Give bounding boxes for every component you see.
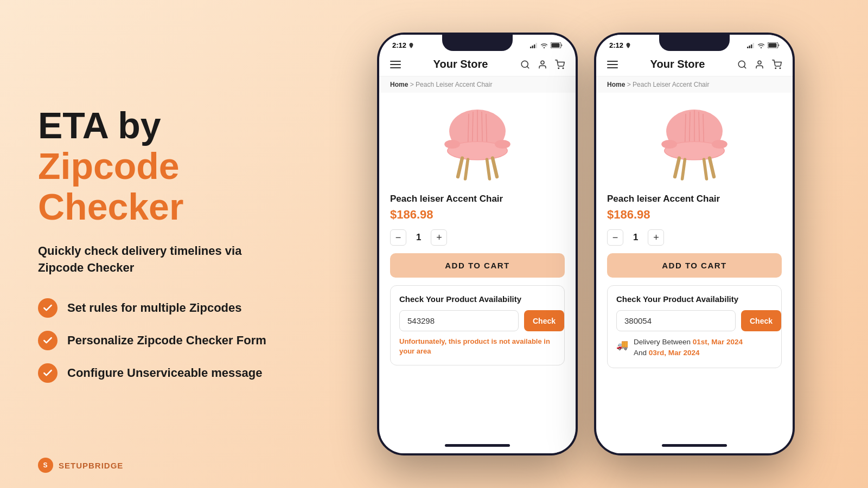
phone-2-checker-input-row: Check <box>616 310 773 331</box>
phone-1-quantity-control: − 1 + <box>390 229 565 246</box>
hamburger-icon-2[interactable] <box>607 61 618 68</box>
phone-2-add-to-cart[interactable]: ADD TO CART <box>607 253 782 278</box>
hero-title-orange: ZipcodeChecker <box>38 145 183 227</box>
user-icon-1[interactable] <box>538 60 547 69</box>
phone-2-qty-decrease[interactable]: − <box>607 229 623 246</box>
phone-2-product-area: Peach leiser Accent Chair $186.98 − 1 + … <box>596 93 793 437</box>
phone-2-bottom <box>596 437 793 453</box>
svg-rect-28 <box>753 43 755 48</box>
svg-line-47 <box>710 158 714 177</box>
phone-1-error-message: Unfortunately, this product is not avail… <box>399 337 556 356</box>
phone-1-add-to-cart[interactable]: ADD TO CART <box>390 253 565 278</box>
breadcrumb-home-1: Home <box>390 81 408 88</box>
phone-2-delivery-info: 🚚 Delivery Between 01st, Mar 2024 And 03… <box>616 337 773 359</box>
phone-1-notch <box>442 35 513 51</box>
svg-rect-27 <box>751 44 752 48</box>
phone-1-status-icons <box>530 42 563 48</box>
phone-2-qty-increase[interactable]: + <box>648 229 664 246</box>
battery-icon <box>551 42 563 48</box>
phone-2-qty-value: 1 <box>633 232 638 243</box>
phone-2-checker-title: Check Your Product Availability <box>616 294 773 304</box>
brand-name: SETUPBRIDGE <box>59 461 123 470</box>
phone-1-zipcode-input[interactable] <box>399 310 519 331</box>
svg-line-24 <box>487 159 490 179</box>
phone-2-nav-icons <box>737 60 782 69</box>
phone-2: 2:12 <box>594 33 795 455</box>
phone-2-product-name: Peach leiser Accent Chair <box>607 194 782 204</box>
phone-2-zipcode-input[interactable] <box>616 310 736 331</box>
check-badge-2 <box>38 331 58 350</box>
svg-rect-2 <box>534 44 535 48</box>
feature-item-1: Set rules for multiple Zipcodes <box>38 298 271 318</box>
check-icon-1 <box>42 303 53 313</box>
phone-1-nav-bar: Your Store <box>379 53 576 76</box>
phone-2-check-button[interactable]: Check <box>741 310 781 331</box>
breadcrumb-home-2: Home <box>607 81 625 88</box>
cart-icon-1[interactable] <box>555 60 565 69</box>
location-icon <box>409 43 414 48</box>
phone-1-checker-input-row: Check <box>399 310 556 331</box>
hero-subtitle: Quickly check delivery timelines via Zip… <box>38 243 271 277</box>
brand-logo: S <box>38 458 53 473</box>
phone-2-home-indicator <box>662 444 727 447</box>
hamburger-icon-1[interactable] <box>390 61 401 68</box>
phone-2-quantity-control: − 1 + <box>607 229 782 246</box>
user-icon-2[interactable] <box>755 60 764 69</box>
feature-text-2: Personalize Zipcode Checker Form <box>67 333 266 348</box>
delivery-date2: 03rd, Mar 2024 <box>649 349 700 357</box>
phone-1-product-name: Peach leiser Accent Chair <box>390 194 565 204</box>
phone-2-status-icons <box>747 42 780 48</box>
svg-line-46 <box>675 158 679 177</box>
signal-icon <box>530 43 538 48</box>
feature-text-3: Configure Unserviceable message <box>67 366 262 380</box>
feature-list: Set rules for multiple Zipcodes Personal… <box>38 298 271 383</box>
battery-icon-2 <box>768 42 780 48</box>
phone-2-breadcrumb: Home > Peach Leiser Accent Chair <box>596 76 793 93</box>
svg-line-22 <box>493 158 497 177</box>
svg-rect-25 <box>747 47 749 48</box>
check-badge-1 <box>38 298 58 318</box>
svg-rect-1 <box>532 46 534 48</box>
search-icon-2[interactable] <box>737 60 747 69</box>
phone-2-nav-bar: Your Store <box>596 53 793 76</box>
svg-point-44 <box>661 140 677 149</box>
phone-1-home-indicator <box>445 444 510 447</box>
phone-2-store-name: Your Store <box>650 58 705 70</box>
svg-rect-0 <box>530 47 532 48</box>
svg-point-9 <box>558 68 559 69</box>
feature-text-1: Set rules for multiple Zipcodes <box>67 301 242 315</box>
cart-icon-2[interactable] <box>772 60 782 69</box>
phone-1-bottom <box>379 437 576 453</box>
phone-2-inner: 2:12 <box>596 35 793 453</box>
delivery-label: Delivery Between <box>634 338 693 346</box>
feature-item-3: Configure Unserviceable message <box>38 363 271 383</box>
chair-image-1 <box>434 104 521 185</box>
delivery-date1: 01st, Mar 2024 <box>693 338 743 346</box>
breadcrumb-page-1: Peach Leiser Accent Chair <box>416 81 492 88</box>
phone-1-check-button[interactable]: Check <box>524 310 564 331</box>
svg-point-8 <box>541 61 544 64</box>
hero-title: ETA by ZipcodeChecker <box>38 105 271 227</box>
wifi-icon <box>540 43 548 48</box>
search-icon-1[interactable] <box>520 60 530 69</box>
phone-2-notch <box>659 35 730 51</box>
breadcrumb-page-2: Peach Leiser Accent Chair <box>633 81 709 88</box>
phone-2-product-price: $186.98 <box>607 208 782 222</box>
phone-2-product-image <box>607 98 782 194</box>
wifi-icon-2 <box>757 43 765 48</box>
phones-container: 2:12 <box>304 16 868 472</box>
svg-point-45 <box>712 140 727 149</box>
svg-point-19 <box>444 140 460 149</box>
svg-line-48 <box>682 159 685 179</box>
feature-item-2: Personalize Zipcode Checker Form <box>38 331 271 350</box>
phone-1: 2:12 <box>377 33 578 455</box>
phone-1-qty-value: 1 <box>416 232 421 243</box>
delivery-truck-icon: 🚚 <box>616 338 628 352</box>
svg-point-33 <box>758 61 761 64</box>
phone-1-qty-decrease[interactable]: − <box>390 229 406 246</box>
phone-1-qty-increase[interactable]: + <box>431 229 447 246</box>
phone-1-store-name: Your Store <box>433 58 488 70</box>
phone-1-time: 2:12 <box>392 41 414 49</box>
delivery-dates: Delivery Between 01st, Mar 2024 And 03rd… <box>634 337 743 359</box>
left-panel: ETA by ZipcodeChecker Quickly check deli… <box>0 73 304 415</box>
